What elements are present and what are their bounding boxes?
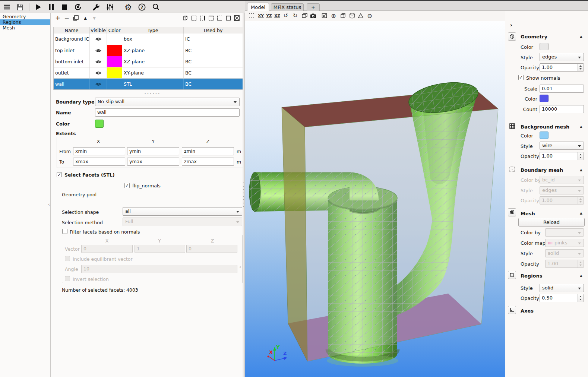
geometry-opacity-spinbox[interactable]: 1.00 — [540, 63, 584, 72]
mesh-visibility-button[interactable] — [508, 208, 516, 216]
nav-item-mesh[interactable]: Mesh — [0, 25, 50, 31]
vector-y-input[interactable]: 1 — [135, 245, 185, 253]
collapse-arrow-icon[interactable]: ▲ — [580, 211, 582, 215]
from-z-input[interactable]: zmin — [182, 147, 234, 155]
toggle-cylinder-icon[interactable] — [348, 12, 356, 19]
mesh-color-map-select[interactable]: pinks — [545, 239, 584, 247]
visibility-eye-icon[interactable] — [90, 45, 107, 56]
rotate-right-icon[interactable]: ↻ — [291, 12, 299, 19]
col-used-by[interactable]: Used by — [184, 27, 243, 34]
mesh-color-by-select[interactable] — [545, 228, 584, 237]
geometry-visibility-button[interactable] — [508, 32, 516, 41]
bgmesh-opacity-spinbox[interactable]: 1.00 — [540, 152, 584, 160]
sliders-icon[interactable] — [105, 3, 114, 12]
visibility-eye-icon[interactable] — [90, 56, 107, 67]
tab-model[interactable]: Model — [247, 3, 269, 11]
geometry-style-select[interactable]: edges — [540, 53, 584, 61]
invert-selection-checkbox[interactable] — [65, 276, 70, 281]
perspective-icon[interactable] — [301, 12, 308, 19]
name-input[interactable]: wall — [95, 108, 240, 117]
to-z-input[interactable]: zmax — [182, 158, 234, 166]
region-color-button[interactable] — [95, 120, 104, 128]
include-equilibrant-checkbox[interactable] — [65, 256, 70, 261]
bmesh-opacity-spinbox[interactable]: 1.00 — [540, 196, 584, 205]
toggle-crosshair-icon[interactable]: ⊕ — [330, 12, 337, 19]
toggle-disc-icon[interactable]: ⊖ — [366, 12, 373, 19]
view-yz-icon[interactable]: YZ — [265, 12, 273, 19]
view-xz-icon[interactable]: XZ — [274, 12, 281, 19]
region-color-swatch[interactable] — [107, 45, 122, 56]
toggle-cone-icon[interactable] — [357, 12, 364, 19]
col-name[interactable]: Name — [54, 27, 90, 34]
reload-mesh-button[interactable]: Reload — [518, 218, 585, 226]
vector-x-input[interactable]: 0 — [81, 245, 133, 253]
collapse-arrow-icon[interactable]: ▲ — [580, 168, 582, 172]
from-y-input[interactable]: ymin — [127, 147, 179, 155]
angle-input[interactable]: 10 — [81, 265, 237, 273]
reset-view-icon[interactable] — [248, 12, 255, 19]
move-up-icon[interactable]: ▲ — [82, 15, 89, 21]
visibility-eye-icon[interactable] — [90, 34, 107, 45]
select-facets-checkbox[interactable]: ✓ — [57, 172, 62, 177]
table-row[interactable]: outlet XY-plane BC — [54, 67, 243, 78]
flip-normals-checkbox[interactable]: ✓ — [124, 183, 130, 188]
model-3d-viewport[interactable]: Y X Z — [245, 21, 505, 377]
bmesh-style-select[interactable]: edges — [540, 186, 584, 194]
vector-z-input[interactable]: 0 — [186, 245, 237, 253]
region-plane-top-icon[interactable] — [207, 15, 215, 21]
tab-mfix-status[interactable]: MFiX status — [271, 3, 304, 11]
table-row[interactable]: Background IC box IC — [54, 34, 243, 45]
settings-gear-icon[interactable]: ⚙ — [124, 3, 133, 12]
geometry-color-swatch[interactable] — [540, 43, 549, 50]
save-icon[interactable] — [16, 3, 25, 12]
menu-icon[interactable] — [2, 3, 11, 12]
bgmesh-color-swatch[interactable] — [540, 132, 549, 139]
splitter-dots[interactable]: •••••• — [144, 92, 161, 96]
remove-region-icon[interactable]: − — [63, 15, 70, 21]
collapse-arrow-icon[interactable]: ▲ — [580, 274, 582, 278]
nav-splitter-handle[interactable]: ‹ — [48, 202, 50, 207]
filter-facets-checkbox[interactable] — [62, 229, 67, 234]
region-box-3d-icon[interactable] — [181, 15, 189, 21]
run-icon[interactable] — [34, 3, 42, 12]
tab-add[interactable]: + — [307, 3, 320, 11]
collapse-chevron[interactable]: › — [510, 22, 512, 28]
bgmesh-style-select[interactable]: wire — [540, 142, 584, 150]
nav-item-regions[interactable]: Regions — [0, 19, 50, 25]
region-square-cross-icon[interactable] — [233, 15, 240, 21]
search-icon[interactable] — [151, 3, 160, 12]
mesh-opacity-spinbox[interactable]: 1.00 — [545, 260, 584, 268]
from-x-input[interactable]: xmin — [73, 147, 125, 155]
regions-opacity-spinbox[interactable]: 0.50 — [540, 294, 584, 302]
region-color-swatch[interactable] — [107, 67, 122, 78]
region-color-swatch[interactable] — [107, 56, 122, 67]
screenshot-camera-icon[interactable] — [309, 12, 317, 19]
pause-icon[interactable] — [47, 3, 56, 12]
to-y-input[interactable]: ymax — [127, 158, 179, 166]
toggle-geometry-icon[interactable] — [320, 12, 328, 19]
regions-visibility-button[interactable] — [508, 271, 516, 279]
normals-count-input[interactable]: 10000 — [540, 105, 584, 113]
build-wrench-icon[interactable] — [92, 3, 101, 12]
region-plane-bottom-icon[interactable] — [216, 15, 223, 21]
help-icon[interactable]: ? — [137, 3, 146, 12]
bmesh-color-by-select[interactable]: bc_id — [540, 176, 584, 184]
table-row-selected[interactable]: wall STL BC — [54, 78, 243, 89]
boundary-type-select[interactable]: No-slip wall — [95, 98, 240, 106]
to-x-input[interactable]: xmax — [73, 158, 125, 166]
selection-shape-select[interactable]: all — [123, 207, 242, 216]
collapse-arrow-icon[interactable]: ▲ — [580, 35, 582, 38]
reset-icon[interactable] — [73, 3, 82, 12]
col-visible[interactable]: Visible — [90, 27, 107, 34]
collapse-arrow-icon[interactable]: ▲ — [580, 125, 582, 129]
toggle-box-icon[interactable] — [339, 12, 347, 19]
normals-scale-input[interactable]: 0.01 — [540, 85, 584, 93]
table-row[interactable]: top inlet XZ-plane BC — [54, 45, 243, 56]
table-row[interactable]: bottom inlet XZ-plane BC — [54, 56, 243, 67]
add-region-icon[interactable]: + — [54, 15, 61, 21]
regions-style-select[interactable]: solid — [540, 284, 584, 292]
region-square-icon[interactable] — [224, 15, 232, 21]
axes-visibility-button[interactable] — [508, 306, 516, 314]
nav-item-geometry[interactable]: Geometry — [0, 14, 50, 19]
move-down-icon[interactable]: ▼ — [91, 15, 98, 21]
